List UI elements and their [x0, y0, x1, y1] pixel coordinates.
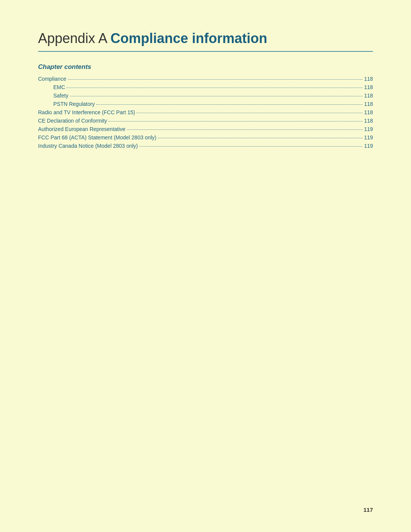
toc-row: Radio and TV Interference (FCC Part 15) … [38, 108, 373, 115]
toc-page-safety: 118 [364, 93, 373, 99]
toc-row: PSTN Regulatory 118 [38, 100, 373, 107]
toc-link-emc[interactable]: EMC [53, 84, 65, 90]
chapter-title: Appendix A Compliance information [38, 30, 373, 46]
toc-row: Compliance 118 [38, 75, 373, 82]
toc-dots [96, 99, 363, 105]
page-container: Appendix A Compliance information Chapte… [0, 0, 411, 532]
toc-dots [139, 141, 362, 147]
toc-link-safety[interactable]: Safety [53, 93, 68, 99]
toc-row: CE Declaration of Conformity 118 [38, 117, 373, 124]
toc-dots [108, 115, 362, 121]
chapter-title-block: Appendix A Compliance information [38, 30, 373, 52]
toc-link-compliance[interactable]: Compliance [38, 76, 66, 82]
chapter-contents-section: Chapter contents Compliance 118 EMC 118 … [38, 63, 373, 149]
toc-page-emc: 118 [364, 84, 373, 90]
chapter-contents-label: Chapter contents [38, 63, 373, 71]
toc-link-pstn[interactable]: PSTN Regulatory [53, 101, 95, 107]
toc-page-ce-declaration: 118 [364, 118, 373, 124]
toc-row: Authorized European Representative 119 [38, 125, 373, 132]
toc-page-pstn: 118 [364, 101, 373, 107]
toc-row: Safety 118 [38, 91, 373, 99]
toc-link-auth-rep[interactable]: Authorized European Representative [38, 126, 126, 132]
toc-list: Compliance 118 EMC 118 Safety 118 PSTN R… [38, 75, 373, 149]
page-number: 117 [363, 506, 373, 513]
toc-link-ce-declaration[interactable]: CE Declaration of Conformity [38, 118, 107, 124]
toc-dots [158, 132, 363, 138]
toc-dots [127, 124, 363, 130]
chapter-title-bold: Compliance information [110, 30, 267, 46]
toc-link-fcc-part68[interactable]: FCC Part 68 (ACTA) Statement (Model 2803… [38, 134, 156, 141]
toc-dots [137, 107, 363, 113]
toc-page-industry-canada: 119 [364, 143, 373, 149]
toc-dots [68, 73, 363, 80]
toc-page-auth-rep: 119 [364, 126, 373, 132]
toc-link-radio-tv[interactable]: Radio and TV Interference (FCC Part 15) [38, 109, 135, 115]
toc-row: EMC 118 [38, 83, 373, 90]
toc-page-compliance: 118 [364, 76, 373, 82]
toc-link-industry-canada[interactable]: Industry Canada Notice (Model 2803 only) [38, 143, 138, 149]
toc-dots [70, 90, 363, 96]
toc-dots [67, 82, 363, 88]
toc-row: FCC Part 68 (ACTA) Statement (Model 2803… [38, 133, 373, 141]
chapter-title-prefix: Appendix A [38, 30, 110, 46]
toc-row: Industry Canada Notice (Model 2803 only)… [38, 142, 373, 149]
toc-page-fcc-part68: 119 [364, 134, 373, 141]
toc-page-radio-tv: 118 [364, 109, 373, 115]
